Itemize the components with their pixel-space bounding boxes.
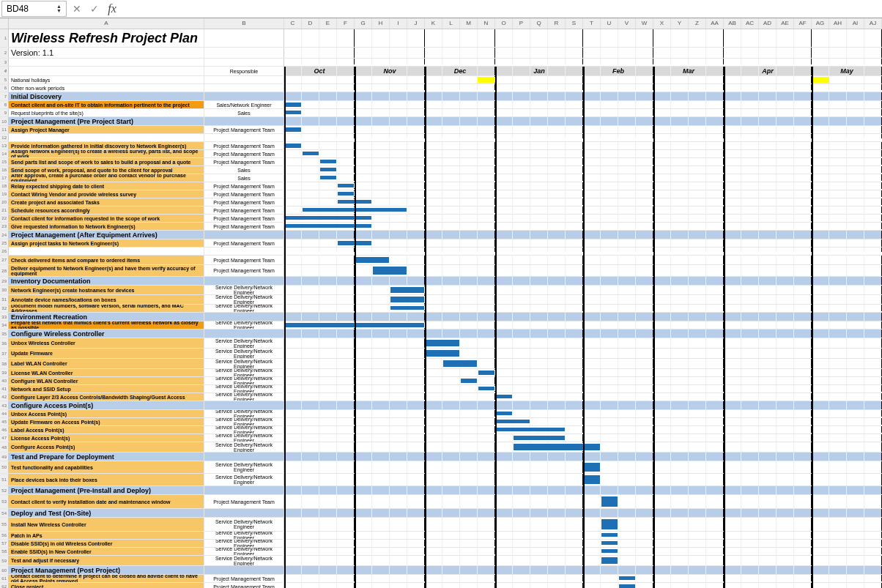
responsible-cell[interactable]: [204, 330, 284, 338]
col-header-af[interactable]: AF: [794, 18, 812, 29]
responsible-cell[interactable]: Service Delivery/Network Engineer: [204, 548, 284, 555]
col-header-n[interactable]: N: [478, 18, 495, 29]
responsible-cell[interactable]: [204, 48, 284, 58]
task-name-cell[interactable]: Unbox Wireless Controller: [9, 338, 204, 348]
responsible-cell[interactable]: Project Management Team: [204, 575, 284, 582]
col-header-ac[interactable]: AC: [741, 18, 759, 29]
cancel-formula-icon[interactable]: ✕: [70, 1, 84, 16]
row-header[interactable]: 15: [0, 158, 9, 165]
responsible-cell[interactable]: Project Management Team: [204, 495, 284, 508]
gantt-bar[interactable]: [390, 296, 425, 303]
gantt-bar[interactable]: [495, 419, 530, 424]
row-header[interactable]: 11: [0, 126, 9, 133]
row-header[interactable]: 25: [0, 239, 9, 247]
col-header-s[interactable]: S: [566, 18, 583, 29]
gantt-bar[interactable]: [284, 127, 302, 133]
task-name-cell[interactable]: Network and SSID Setup: [9, 385, 204, 392]
responsible-cell[interactable]: Service Delivery/Network Engineer: [204, 286, 284, 294]
row-header[interactable]: 47: [0, 434, 9, 442]
row-header[interactable]: 49: [0, 453, 9, 461]
task-name-cell[interactable]: Contact client for information requested…: [9, 215, 204, 222]
gantt-bar[interactable]: [618, 576, 636, 581]
task-name-cell[interactable]: Configure Access Point(s): [9, 442, 204, 452]
task-name-cell[interactable]: Document model numbers, software version…: [9, 305, 204, 312]
task-name-cell[interactable]: Update Firmware: [9, 349, 204, 358]
row-header[interactable]: 50: [0, 461, 9, 473]
responsible-cell[interactable]: Project Management Team: [204, 215, 284, 222]
responsible-cell[interactable]: [204, 134, 284, 141]
responsible-cell[interactable]: [204, 277, 284, 285]
responsible-cell[interactable]: Project Management Team: [204, 583, 284, 588]
task-name-cell[interactable]: Configure Layer 2/3 Access Controls/Band…: [9, 393, 204, 401]
responsible-cell[interactable]: Service Delivery/Network Engineer: [204, 338, 284, 348]
responsible-cell[interactable]: Project Management Team: [204, 223, 284, 230]
gantt-bar[interactable]: [319, 167, 337, 172]
task-name-cell[interactable]: Create project and associated Tasks: [9, 198, 204, 206]
gantt-bar[interactable]: [337, 183, 355, 188]
task-name-cell[interactable]: [9, 134, 204, 141]
gantt-bar[interactable]: [337, 199, 372, 204]
gantt-bar[interactable]: [284, 102, 302, 108]
row-header[interactable]: 24: [0, 231, 9, 239]
task-name-cell[interactable]: Label WLAN Controller: [9, 359, 204, 368]
responsible-cell[interactable]: Service Delivery/Network Engineer: [204, 474, 284, 485]
row-header[interactable]: 59: [0, 556, 9, 565]
row-header[interactable]: 7: [0, 92, 9, 100]
row-header[interactable]: 37: [0, 349, 9, 358]
responsible-cell[interactable]: Service Delivery/Network Engineer: [204, 556, 284, 565]
task-name-cell[interactable]: License Access Point(s): [9, 434, 204, 442]
col-header-v[interactable]: V: [618, 18, 636, 29]
row-header[interactable]: 30: [0, 286, 9, 294]
col-header-q[interactable]: Q: [530, 18, 548, 29]
responsible-cell[interactable]: Service Delivery/Network Engineer: [204, 295, 284, 304]
gantt-bar[interactable]: [425, 339, 460, 347]
task-name-cell[interactable]: Assign project tasks to Network Engineer…: [9, 239, 204, 247]
row-header[interactable]: 22: [0, 215, 9, 222]
fx-icon[interactable]: fx: [105, 1, 119, 16]
col-header-ag[interactable]: AG: [812, 18, 829, 29]
col-header-h[interactable]: H: [372, 18, 390, 29]
col-header-ae[interactable]: AE: [777, 18, 794, 29]
task-name-cell[interactable]: Request blueprints of the site(s): [9, 109, 204, 116]
gantt-bar[interactable]: [284, 215, 372, 220]
formula-input[interactable]: [122, 1, 882, 16]
gantt-bar[interactable]: [372, 266, 407, 275]
row-header[interactable]: 54: [0, 509, 9, 517]
row-header[interactable]: 5: [0, 76, 9, 83]
task-name-cell[interactable]: Other non-work periods: [9, 84, 204, 92]
responsible-cell[interactable]: Service Delivery/Network Engineer: [204, 321, 284, 329]
row-header[interactable]: 53: [0, 495, 9, 508]
row-header[interactable]: 4: [0, 67, 9, 75]
gantt-bar[interactable]: [478, 386, 495, 391]
task-name-cell[interactable]: [9, 248, 204, 255]
task-name-cell[interactable]: Label Access Point(s): [9, 426, 204, 433]
responsible-cell[interactable]: Service Delivery/Network Engineer: [204, 385, 284, 392]
task-name-cell[interactable]: Disable SSID(s) in old Wireless Controll…: [9, 540, 204, 547]
responsible-cell[interactable]: Service Delivery/Network Engineer: [204, 518, 284, 531]
responsible-cell[interactable]: [204, 117, 284, 125]
task-name-cell[interactable]: Test and adjust if necessary: [9, 556, 204, 565]
chevron-down-icon[interactable]: ▼: [56, 9, 62, 13]
task-name-cell[interactable]: Deploy and Test (On-Site): [9, 509, 204, 517]
responsible-cell[interactable]: [204, 29, 284, 47]
row-header[interactable]: 55: [0, 518, 9, 531]
responsible-cell[interactable]: [204, 566, 284, 574]
row-header[interactable]: 40: [0, 377, 9, 384]
responsible-cell[interactable]: Project Management Team: [204, 158, 284, 165]
col-header-x[interactable]: X: [653, 18, 671, 29]
gantt-bar[interactable]: [601, 532, 618, 537]
row-header[interactable]: 35: [0, 330, 9, 338]
row-header[interactable]: 52: [0, 486, 9, 494]
gantt-bar[interactable]: [495, 427, 566, 432]
responsible-cell[interactable]: Service Delivery/Network Engineer: [204, 359, 284, 368]
row-header[interactable]: 2: [0, 48, 9, 58]
row-header[interactable]: 3: [0, 59, 9, 66]
responsible-cell[interactable]: Service Delivery/Network Engineer: [204, 434, 284, 442]
task-name-cell[interactable]: Relay expected shipping date to client: [9, 182, 204, 190]
task-name-cell[interactable]: Install New Wireless Controller: [9, 518, 204, 531]
responsible-cell[interactable]: Project Management Team: [204, 239, 284, 247]
row-header[interactable]: 29: [0, 277, 9, 285]
task-name-cell[interactable]: Contact Wiring Vendor and provide wirele…: [9, 190, 204, 198]
gantt-bar[interactable]: [284, 223, 372, 228]
col-header-u[interactable]: U: [601, 18, 618, 29]
